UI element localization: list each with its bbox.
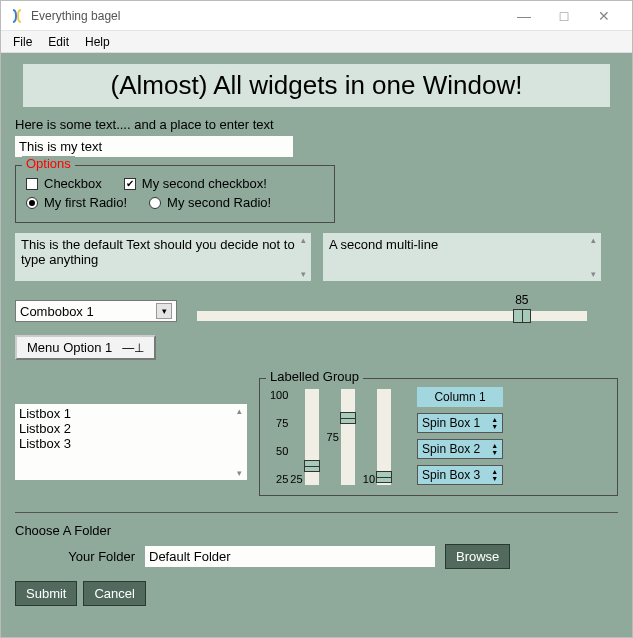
vslider-1-ticks: 100 75 50 25 bbox=[270, 389, 288, 485]
checkbox-2[interactable]: ✔ My second checkbox! bbox=[124, 176, 267, 191]
spinbox-2[interactable]: Spin Box 2▲▼ bbox=[417, 439, 503, 459]
spin-column-header: Column 1 bbox=[417, 387, 503, 407]
browse-button[interactable]: Browse bbox=[445, 544, 510, 569]
vslider-1-thumb[interactable] bbox=[304, 460, 320, 472]
window-root: Everything bagel — □ ✕ File Edit Help (A… bbox=[0, 0, 633, 638]
combobox[interactable]: Combobox 1 ▾ bbox=[15, 300, 177, 322]
submit-button[interactable]: Submit bbox=[15, 581, 77, 606]
hslider-value: 85 bbox=[515, 293, 528, 307]
window-title: Everything bagel bbox=[31, 9, 120, 23]
vslider-1-track bbox=[305, 389, 319, 485]
text-input[interactable] bbox=[15, 136, 293, 157]
multiline-2-scrollbar[interactable]: ▴▾ bbox=[587, 235, 599, 279]
spinbox-3[interactable]: Spin Box 3▲▼ bbox=[417, 465, 503, 485]
radio-1[interactable]: My first Radio! bbox=[26, 195, 127, 210]
vslider-3[interactable]: 10 bbox=[363, 389, 391, 485]
checkbox-2-box: ✔ bbox=[124, 178, 136, 190]
options-frame: Options Checkbox ✔ My second checkbox! M… bbox=[15, 165, 335, 223]
listbox-item-1[interactable]: Listbox 1 bbox=[19, 406, 243, 421]
radio-2-label: My second Radio! bbox=[167, 195, 271, 210]
listbox-item-2[interactable]: Listbox 2 bbox=[19, 421, 243, 436]
vslider-2[interactable]: 75 bbox=[327, 389, 355, 485]
vslider-3-thumb[interactable] bbox=[376, 471, 392, 483]
horizontal-slider[interactable]: 85 bbox=[197, 295, 587, 327]
intro-text: Here is some text.... and a place to ent… bbox=[15, 117, 618, 132]
radio-1-label: My first Radio! bbox=[44, 195, 127, 210]
combobox-value: Combobox 1 bbox=[20, 304, 94, 319]
checkbox-2-label: My second checkbox! bbox=[142, 176, 267, 191]
option-menu-icon: —⊥ bbox=[122, 341, 144, 355]
vslider-2-thumb[interactable] bbox=[340, 412, 356, 424]
folder-input[interactable] bbox=[145, 546, 435, 567]
minimize-button[interactable]: — bbox=[504, 8, 544, 24]
listbox-item-3[interactable]: Listbox 3 bbox=[19, 436, 243, 451]
menu-edit[interactable]: Edit bbox=[40, 33, 77, 51]
hslider-thumb[interactable] bbox=[513, 309, 531, 323]
multiline-1[interactable]: This is the default Text should you deci… bbox=[15, 233, 311, 281]
radio-2[interactable]: My second Radio! bbox=[149, 195, 271, 210]
checkbox-1-label: Checkbox bbox=[44, 176, 102, 191]
option-menu-label: Menu Option 1 bbox=[27, 340, 112, 355]
listbox-scrollbar[interactable]: ▴▾ bbox=[233, 406, 245, 478]
spinbox-1[interactable]: Spin Box 1▲▼ bbox=[417, 413, 503, 433]
separator bbox=[15, 512, 618, 513]
folder-section-label: Choose A Folder bbox=[15, 523, 618, 538]
vslider-1[interactable]: 100 75 50 25 25 bbox=[270, 389, 319, 485]
multiline-2-text: A second multi-line bbox=[329, 237, 438, 252]
close-button[interactable]: ✕ bbox=[584, 8, 624, 24]
spin-column: Column 1 Spin Box 1▲▼ Spin Box 2▲▼ Spin … bbox=[417, 387, 503, 485]
listbox[interactable]: Listbox 1 Listbox 2 Listbox 3 ▴▾ bbox=[15, 404, 247, 480]
option-menu[interactable]: Menu Option 1 —⊥ bbox=[15, 335, 156, 360]
menu-file[interactable]: File bbox=[5, 33, 40, 51]
checkbox-1[interactable]: Checkbox bbox=[26, 176, 102, 191]
vslider-3-value: 10 bbox=[363, 473, 375, 485]
menu-help[interactable]: Help bbox=[77, 33, 118, 51]
vslider-2-value: 75 bbox=[327, 431, 339, 443]
menubar: File Edit Help bbox=[1, 31, 632, 53]
radio-2-dot bbox=[149, 197, 161, 209]
multiline-2[interactable]: A second multi-line ▴▾ bbox=[323, 233, 601, 281]
app-icon bbox=[9, 8, 25, 24]
chevron-down-icon: ▾ bbox=[156, 303, 172, 319]
vslider-3-track bbox=[377, 389, 391, 485]
titlebar: Everything bagel — □ ✕ bbox=[1, 1, 632, 31]
maximize-button[interactable]: □ bbox=[544, 8, 584, 24]
multiline-1-text: This is the default Text should you deci… bbox=[21, 237, 295, 267]
folder-field-label: Your Folder bbox=[15, 549, 135, 564]
checkbox-1-box bbox=[26, 178, 38, 190]
vslider-2-track bbox=[341, 389, 355, 485]
labelled-group-legend: Labelled Group bbox=[266, 369, 363, 384]
options-legend: Options bbox=[22, 156, 75, 171]
radio-1-dot bbox=[26, 197, 38, 209]
vslider-1-value: 25 bbox=[290, 473, 302, 485]
content-area: (Almost) All widgets in one Window! Here… bbox=[1, 54, 632, 637]
spinbox-2-arrows[interactable]: ▲▼ bbox=[491, 442, 498, 456]
cancel-button[interactable]: Cancel bbox=[83, 581, 145, 606]
spinbox-3-arrows[interactable]: ▲▼ bbox=[491, 468, 498, 482]
multiline-1-scrollbar[interactable]: ▴▾ bbox=[297, 235, 309, 279]
labelled-group: Labelled Group 100 75 50 25 25 bbox=[259, 378, 618, 496]
page-title: (Almost) All widgets in one Window! bbox=[23, 64, 610, 107]
spinbox-1-arrows[interactable]: ▲▼ bbox=[491, 416, 498, 430]
